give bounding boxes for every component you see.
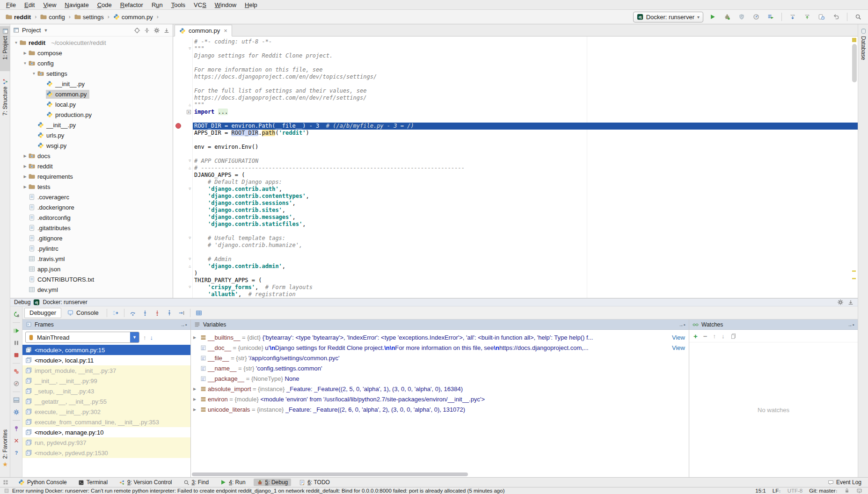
tool-window-switcher-icon[interactable] [3,479,8,485]
run-config-select[interactable]: dj Docker: runserver ▾ [633,12,703,22]
tree-item-.gitattributes[interactable]: .gitattributes [10,223,173,233]
fold-marker-icon[interactable]: ▽ [189,187,191,191]
code-line[interactable]: △# -------------------------------------… [173,165,858,172]
expand-icon[interactable]: ▶ [191,407,198,412]
vcs-branch-indicator[interactable]: Git: master↕ [809,488,838,494]
tab-console[interactable]: Console [62,308,104,318]
breakpoint-icon[interactable] [175,123,181,129]
resume-button[interactable] [11,326,22,336]
code-line[interactable]: 'django.contrib.sites', [173,207,858,214]
editor-gutter[interactable] [173,249,193,256]
tree-item-.dockerignore[interactable]: .dockerignore [10,202,173,212]
tree-expand-icon[interactable]: ▶ [22,51,28,55]
editor-gutter[interactable]: △ [173,102,193,109]
editor-gutter[interactable] [173,172,193,179]
tree-item-.travis.yml[interactable]: .travis.yml [10,254,173,264]
editor-gutter[interactable] [173,59,193,66]
code-line[interactable]: ▽""" [173,45,858,52]
local-history-button[interactable] [817,12,827,22]
move-watch-down-button[interactable]: ↓ [722,333,725,340]
code-line[interactable]: THIRD_PARTY_APPS = ( [173,277,858,284]
code-line[interactable] [173,151,858,158]
menu-item-tools[interactable]: Tools [167,1,190,9]
code-line[interactable]: 'django.contrib.messages', [173,214,858,221]
warning-stripe-mark[interactable] [852,278,856,279]
editor-gutter[interactable] [173,137,193,144]
frame-row[interactable]: __init__, __init__.py:99 [22,376,190,386]
editor-gutter[interactable] [173,94,193,102]
menu-item-code[interactable]: Code [93,1,116,9]
code-line[interactable] [173,137,858,144]
editor-gutter[interactable]: △ [173,165,193,172]
code-line[interactable] [173,249,858,256]
variable-row[interactable]: __package__ = {NoneType} None [191,373,689,384]
code-line[interactable]: △""" [173,102,858,109]
fold-marker-icon[interactable]: + [187,110,191,114]
sidebar-item-database[interactable]: Database [858,28,868,75]
sidebar-item-structure[interactable]: 7: Structure [0,79,10,127]
gear-icon[interactable] [153,27,160,34]
undo-button[interactable] [831,12,841,22]
variable-row[interactable]: __name__ = {str} 'config.settings.common… [191,363,689,373]
pin-tab-icon[interactable]: →▪ [180,322,187,327]
code-line[interactable]: ▽ # Admin [173,256,858,263]
thread-select[interactable]: MainThread ▼ [25,332,139,343]
code-line[interactable]: For the full list of settings and their … [173,87,858,94]
editor-gutter[interactable] [173,291,193,298]
breadcrumb-item[interactable]: reddit [5,13,32,21]
frame-row[interactable]: import_module, __init__.py:37 [22,365,190,376]
editor-gutter[interactable] [173,80,193,87]
show-execution-point-button[interactable] [110,308,121,318]
editor-gutter[interactable]: ▽ [173,186,193,193]
editor-gutter[interactable]: △ [173,263,193,270]
lock-icon[interactable] [844,488,850,494]
run-button[interactable] [708,12,718,22]
code-line[interactable]: +import ... [173,109,858,116]
editor-gutter[interactable] [173,221,193,228]
code-line[interactable]: ▽ # Useful template tags: [173,235,858,242]
run-to-cursor-button[interactable] [176,308,187,318]
frame-row[interactable]: <module>, pydevd.py:1530 [22,448,190,458]
code-line[interactable]: https://docs.djangoproject.com/en/dev/to… [173,73,858,80]
variable-row[interactable]: ▶absolute_import = {instance} _Feature: … [191,384,689,394]
pin-tab-icon[interactable]: →▪ [847,322,854,327]
code-line[interactable]: # -*- coding: utf-8 -*- [173,38,858,45]
restore-layout-button[interactable] [11,395,22,405]
code-line[interactable]: ) [173,270,858,277]
stop-button[interactable] [11,350,22,360]
code-line[interactable]: # Default Django apps: [173,179,858,186]
event-log-button[interactable]: Event Log [828,479,865,486]
tree-item-CONTRIBUTORS.txt[interactable]: CONTRIBUTORS.txt [10,274,173,284]
search-everywhere-button[interactable] [853,12,863,22]
tree-item-dev.yml[interactable]: dev.yml [10,284,173,295]
move-watch-up-button[interactable]: ↑ [713,333,716,340]
code-line[interactable]: 'django.contrib.contenttypes', [173,193,858,200]
variable-row[interactable]: ▶__builtins__ = {dict} {'bytearray': <ty… [191,332,689,342]
code-line[interactable] [173,228,858,235]
caret-position[interactable]: 15:1 [755,488,766,494]
breadcrumb-item[interactable]: settings [73,13,105,21]
fold-marker-icon[interactable]: ▽ [189,236,191,240]
code-line[interactable]: APPS_DIR = ROOT_DIR.path('reddit') [173,130,858,137]
code-line[interactable]: https://docs.djangoproject.com/en/dev/re… [173,94,858,102]
evaluate-expression-button[interactable] [193,308,204,318]
editor-gutter[interactable] [173,52,193,59]
menu-item-help[interactable]: Help [241,1,262,9]
editor-gutter[interactable] [173,242,193,249]
code-line[interactable]: # 'django.contrib.humanize', [173,242,858,249]
tree-expand-icon[interactable]: ▼ [31,72,37,76]
fold-marker-icon[interactable]: △ [189,103,191,107]
variable-row[interactable]: ▶unicode_literals = {instance} _Feature:… [191,404,689,414]
fold-marker-icon[interactable]: ▽ [189,47,191,51]
view-breakpoints-button[interactable] [11,366,22,377]
menu-item-file[interactable]: File [2,1,20,9]
status-icon[interactable] [4,488,9,494]
tree-item-reddit[interactable]: ▶reddit [10,161,173,171]
toolwindow-button--debug[interactable]: 5: Debug [254,479,292,486]
fold-marker-icon[interactable]: ▽ [189,159,191,163]
debug-button[interactable] [722,12,732,22]
toolwindow-button--find[interactable]: 3: Find [180,479,212,486]
tree-item-production.py[interactable]: production.py [10,109,173,120]
code-line[interactable]: DJANGO_APPS = ( [173,172,858,179]
tree-item-common.py[interactable]: common.py [10,89,173,99]
